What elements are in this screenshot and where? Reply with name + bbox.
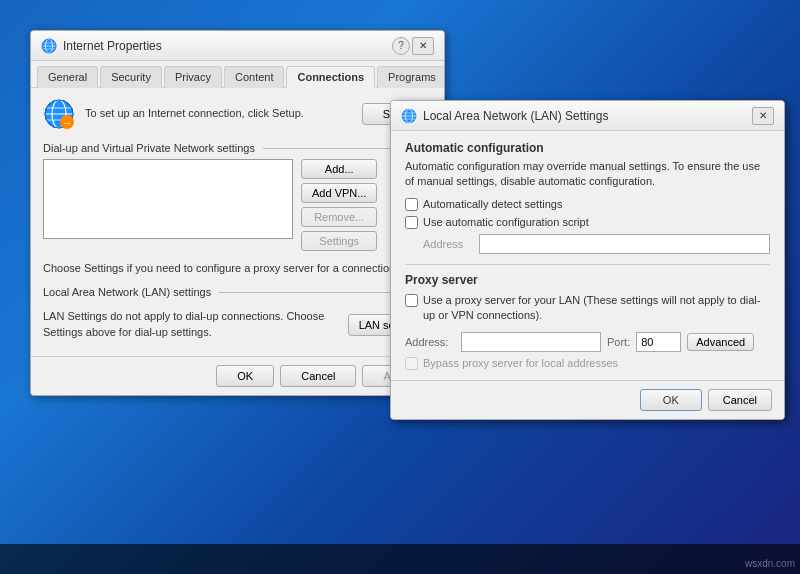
taskbar: wsxdn.com — [0, 544, 800, 574]
svg-text:→: → — [62, 117, 72, 128]
remove-button[interactable]: Remove... — [301, 207, 377, 227]
lan-section-heading: Local Area Network (LAN) settings — [43, 286, 432, 298]
lan-settings-dialog: Local Area Network (LAN) Settings ✕ Auto… — [390, 100, 785, 420]
add-vpn-button[interactable]: Add VPN... — [301, 183, 377, 203]
auto-detect-checkbox[interactable] — [405, 198, 418, 211]
proxy-server-title: Proxy server — [405, 273, 770, 287]
setup-description: To set up an Internet connection, click … — [85, 106, 352, 121]
lan-dialog-icon — [401, 108, 417, 124]
tab-general[interactable]: General — [37, 66, 98, 88]
auto-script-row: Use automatic configuration script — [405, 216, 770, 229]
help-button[interactable]: ? — [392, 37, 410, 55]
tab-privacy[interactable]: Privacy — [164, 66, 222, 88]
proxy-addr-row: Address: Port: Advanced — [405, 332, 770, 352]
titlebar-left: Internet Properties — [41, 38, 162, 54]
auto-config-section: Automatic configuration Automatic config… — [405, 141, 770, 254]
auto-config-desc: Automatic configuration may override man… — [405, 159, 770, 190]
proxy-server-section: Proxy server Use a proxy server for your… — [405, 273, 770, 370]
auto-script-checkbox[interactable] — [405, 216, 418, 229]
tab-security[interactable]: Security — [100, 66, 162, 88]
watermark: wsxdn.com — [745, 558, 795, 569]
internet-properties-title: Internet Properties — [63, 39, 162, 53]
divider — [405, 264, 770, 265]
lan-cancel-button[interactable]: Cancel — [708, 389, 772, 411]
bypass-checkbox[interactable] — [405, 357, 418, 370]
proxy-description: Choose Settings if you need to configure… — [43, 261, 432, 276]
titlebar-controls: ? ✕ — [392, 37, 434, 55]
auto-detect-row: Automatically detect settings — [405, 198, 770, 211]
internet-properties-footer: OK Cancel Apply — [31, 356, 444, 395]
proxy-address-label: Address: — [405, 336, 455, 348]
bypass-row: Bypass proxy server for local addresses — [405, 357, 770, 370]
cancel-button[interactable]: Cancel — [280, 365, 356, 387]
proxy-enable-label[interactable]: Use a proxy server for your LAN (These s… — [423, 293, 770, 324]
lan-dialog-body: Automatic configuration Automatic config… — [391, 131, 784, 380]
tab-content[interactable]: Content — [224, 66, 285, 88]
vpn-listbox[interactable] — [43, 159, 293, 239]
lan-section: Local Area Network (LAN) settings LAN Se… — [43, 286, 432, 346]
script-address-row: Address — [423, 234, 770, 254]
connections-tab-body: → To set up an Internet connection, clic… — [31, 88, 444, 356]
tab-connections[interactable]: Connections — [286, 66, 375, 88]
close-button[interactable]: ✕ — [412, 37, 434, 55]
script-address-input[interactable] — [479, 234, 770, 254]
address-label: Address — [423, 238, 471, 250]
lan-titlebar-controls: ✕ — [752, 107, 774, 125]
tabs-row: General Security Privacy Content Connect… — [31, 61, 444, 88]
dial-up-section-heading: Dial-up and Virtual Private Network sett… — [43, 142, 432, 154]
internet-properties-icon — [41, 38, 57, 54]
setup-row: → To set up an Internet connection, clic… — [43, 98, 432, 130]
bypass-label: Bypass proxy server for local addresses — [423, 357, 618, 369]
auto-script-label[interactable]: Use automatic configuration script — [423, 216, 589, 228]
lan-close-button[interactable]: ✕ — [752, 107, 774, 125]
port-input[interactable] — [636, 332, 681, 352]
proxy-enable-checkbox[interactable] — [405, 294, 418, 307]
vpn-section: Add... Add VPN... Remove... Settings — [43, 159, 432, 251]
lan-description: LAN Settings do not apply to dial-up con… — [43, 309, 338, 340]
lan-ok-button[interactable]: OK — [640, 389, 702, 411]
tab-programs[interactable]: Programs — [377, 66, 445, 88]
lan-titlebar: Local Area Network (LAN) Settings ✕ — [391, 101, 784, 131]
lan-dialog-title: Local Area Network (LAN) Settings — [423, 109, 608, 123]
lan-titlebar-left: Local Area Network (LAN) Settings — [401, 108, 608, 124]
lan-row: LAN Settings do not apply to dial-up con… — [43, 303, 432, 346]
auto-config-title: Automatic configuration — [405, 141, 770, 155]
advanced-button[interactable]: Advanced — [687, 333, 754, 351]
port-label: Port: — [607, 336, 630, 348]
lan-dialog-footer: OK Cancel — [391, 380, 784, 419]
proxy-check-row: Use a proxy server for your LAN (These s… — [405, 293, 770, 324]
ok-button[interactable]: OK — [216, 365, 274, 387]
internet-properties-titlebar: Internet Properties ? ✕ — [31, 31, 444, 61]
vpn-buttons: Add... Add VPN... Remove... Settings — [301, 159, 377, 251]
proxy-address-input[interactable] — [461, 332, 601, 352]
auto-detect-label[interactable]: Automatically detect settings — [423, 198, 562, 210]
settings-button[interactable]: Settings — [301, 231, 377, 251]
setup-globe-icon: → — [43, 98, 75, 130]
add-button[interactable]: Add... — [301, 159, 377, 179]
internet-properties-dialog: Internet Properties ? ✕ General Security… — [30, 30, 445, 396]
